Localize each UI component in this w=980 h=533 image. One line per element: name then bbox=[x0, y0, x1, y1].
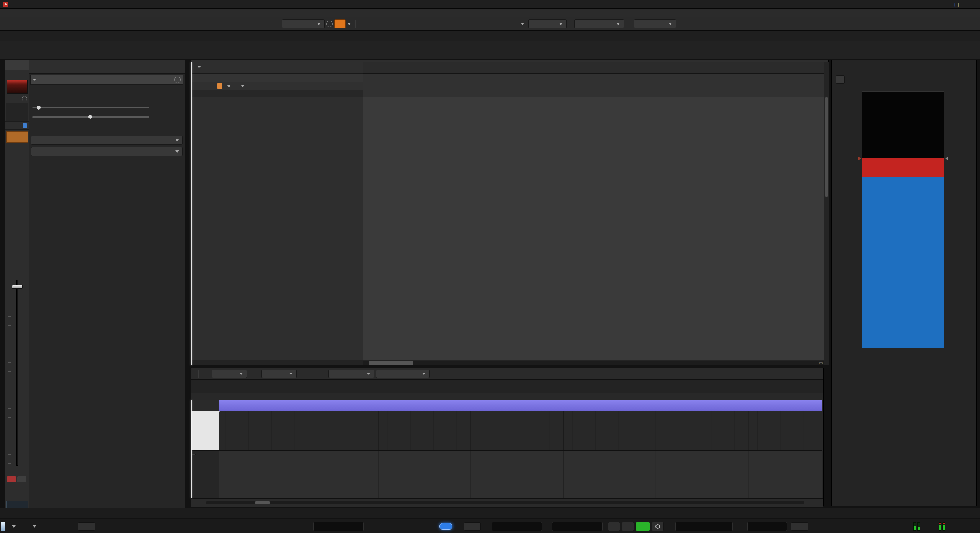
editor-quantize-dropdown[interactable] bbox=[261, 370, 297, 378]
track-color-button[interactable] bbox=[334, 19, 346, 28]
play-button[interactable] bbox=[635, 522, 650, 531]
fader-groove bbox=[16, 280, 18, 466]
fader-scale bbox=[8, 280, 11, 466]
chevron-down-icon[interactable] bbox=[521, 23, 524, 25]
velocity-lane-label[interactable] bbox=[192, 454, 196, 455]
editor-scrollbar[interactable] bbox=[206, 501, 804, 504]
io-track-row[interactable] bbox=[191, 74, 363, 82]
vertical-scrollbar[interactable] bbox=[824, 62, 829, 360]
auto-scroll-icon[interactable] bbox=[509, 19, 519, 28]
undo-icon[interactable] bbox=[5, 19, 15, 28]
channel-fader[interactable] bbox=[5, 280, 29, 466]
arranger-row[interactable] bbox=[191, 82, 363, 90]
minimize-button[interactable] bbox=[936, 0, 949, 8]
track-presets-dropdown[interactable] bbox=[31, 136, 183, 145]
insert-slots[interactable] bbox=[6, 103, 28, 121]
click-settings-icon[interactable] bbox=[31, 522, 36, 531]
chevron-down-icon bbox=[175, 139, 179, 141]
volume-handle[interactable] bbox=[37, 106, 41, 110]
audio-quantize-button[interactable] bbox=[78, 522, 95, 531]
inserts-section[interactable] bbox=[5, 95, 29, 103]
punch-toggle-button[interactable] bbox=[439, 523, 452, 530]
right-locator-display[interactable] bbox=[552, 522, 603, 531]
legato-icon[interactable] bbox=[310, 369, 320, 378]
channel-tab[interactable] bbox=[5, 60, 29, 70]
chevron-down-icon bbox=[239, 373, 243, 375]
chevron-down-icon[interactable] bbox=[227, 85, 231, 87]
controller-lane-header[interactable] bbox=[191, 450, 219, 498]
cubase-window: { "titlebar": { "title": "Cubase Pro Pro… bbox=[0, 0, 980, 533]
maximize-button[interactable]: ▢ bbox=[950, 0, 963, 8]
scrollbar-thumb[interactable] bbox=[369, 361, 413, 365]
position-display[interactable] bbox=[675, 522, 733, 531]
track-list-gap bbox=[191, 90, 363, 97]
selection-rectangle bbox=[219, 411, 220, 412]
close-button[interactable] bbox=[964, 0, 977, 8]
scrollbar-thumb[interactable] bbox=[825, 97, 828, 197]
track-list bbox=[191, 97, 363, 360]
channel-strip bbox=[5, 60, 29, 511]
left-locator-display[interactable] bbox=[492, 522, 542, 531]
loudness-meter bbox=[862, 91, 944, 348]
punch-in-display[interactable] bbox=[313, 522, 364, 531]
pan-slider[interactable] bbox=[32, 116, 149, 118]
histogram-icon[interactable] bbox=[431, 369, 441, 378]
stop-button[interactable] bbox=[622, 522, 634, 531]
edit-channel-icon[interactable] bbox=[174, 77, 181, 83]
project-cursor[interactable] bbox=[191, 62, 192, 365]
note-display[interactable] bbox=[219, 411, 822, 450]
pan-handle[interactable] bbox=[88, 115, 92, 119]
track-picture[interactable] bbox=[7, 80, 28, 94]
scrollbar-thumb[interactable] bbox=[255, 501, 270, 504]
extension-dropdown[interactable] bbox=[31, 147, 183, 156]
editor-cursor bbox=[191, 400, 192, 498]
tap-tempo-button[interactable] bbox=[791, 522, 808, 531]
edit-inserts-icon[interactable] bbox=[22, 96, 27, 101]
punch-out-display[interactable] bbox=[386, 522, 436, 531]
timeline-ruler[interactable] bbox=[363, 62, 824, 74]
editor-part-dropdown[interactable] bbox=[328, 370, 374, 378]
cycle-button[interactable] bbox=[608, 522, 620, 531]
meter-red-segment bbox=[862, 158, 944, 177]
inspector-track-title[interactable] bbox=[30, 75, 183, 85]
zoom-slider-icon[interactable]: ▭ bbox=[819, 360, 823, 366]
chevron-down-icon bbox=[175, 150, 179, 153]
bottom-tab-bar bbox=[0, 508, 980, 518]
grid-dropdown[interactable] bbox=[528, 19, 567, 28]
automation-mode-dropdown[interactable] bbox=[282, 19, 325, 28]
record-arm-button[interactable] bbox=[7, 476, 16, 482]
tempo-display[interactable] bbox=[747, 522, 787, 531]
quantize-dropdown[interactable] bbox=[634, 19, 676, 28]
grid-type-dropdown[interactable] bbox=[574, 19, 624, 28]
velocity-lane[interactable] bbox=[219, 450, 822, 498]
automation-panel-icon[interactable] bbox=[326, 21, 333, 27]
record-button[interactable] bbox=[652, 522, 664, 531]
chevron-down-icon[interactable] bbox=[347, 23, 351, 25]
chevron-down-icon[interactable] bbox=[197, 66, 201, 68]
snap-type-icon[interactable] bbox=[10, 522, 16, 531]
volume-slider[interactable] bbox=[32, 107, 149, 108]
editor-grid-dropdown[interactable] bbox=[212, 370, 247, 378]
redo-icon[interactable] bbox=[17, 19, 27, 28]
lower-zone-tabs bbox=[191, 508, 305, 518]
piano-keyboard[interactable] bbox=[191, 411, 219, 450]
sends-section[interactable] bbox=[5, 121, 29, 130]
info-line-text bbox=[0, 41, 980, 47]
horizontal-scrollbar[interactable]: ▭ bbox=[191, 360, 829, 365]
track-list-header bbox=[191, 60, 363, 74]
auto-quantize-button[interactable] bbox=[464, 522, 481, 531]
send-slot[interactable] bbox=[6, 131, 28, 143]
scrollbar-track[interactable] bbox=[363, 361, 824, 365]
iterative-quantize-icon[interactable] bbox=[298, 369, 308, 378]
write-automation-button[interactable] bbox=[17, 476, 26, 482]
sends-badge-icon bbox=[23, 123, 27, 128]
power-icon[interactable] bbox=[836, 75, 845, 84]
midi-in-meter bbox=[913, 522, 916, 531]
fader-handle[interactable] bbox=[12, 285, 23, 289]
snap-icon[interactable] bbox=[248, 369, 258, 378]
chevron-down-icon[interactable] bbox=[241, 85, 245, 87]
editor-ruler-pad bbox=[191, 400, 219, 411]
right-zone-tabs bbox=[832, 60, 976, 72]
editor-ruler[interactable] bbox=[219, 400, 822, 411]
editor-lane-dropdown[interactable] bbox=[376, 370, 430, 378]
